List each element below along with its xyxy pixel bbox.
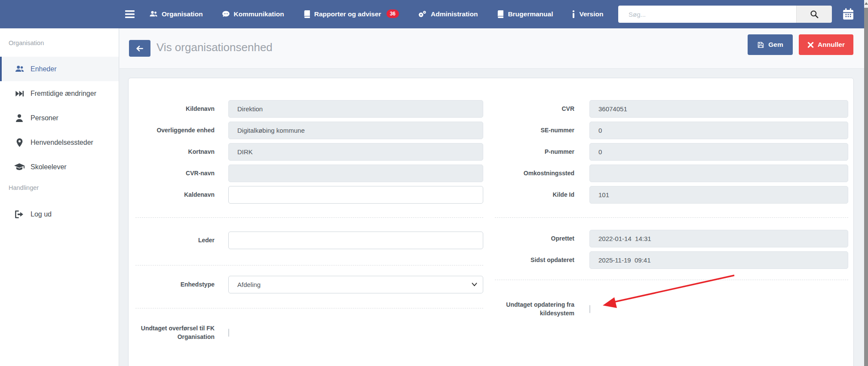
map-marker-icon (14, 138, 25, 147)
kortnavn-field[interactable] (228, 143, 483, 161)
field-label: Overliggende enhed (135, 126, 228, 135)
organisation-unit-card: Kildenavn Overliggende enhed Kortnavn CV… (128, 78, 854, 366)
overliggende-enhed-field[interactable] (228, 122, 483, 139)
p-nummer-field[interactable] (589, 143, 848, 161)
save-button-label: Gem (768, 41, 783, 49)
sidebar-item-personer[interactable]: Personer (0, 106, 119, 130)
page-title: Vis organisationsenhed (156, 41, 273, 54)
user-icon (14, 114, 25, 122)
close-icon (807, 42, 814, 48)
book-icon (303, 10, 310, 18)
field-label: Kildenavn (135, 105, 228, 113)
kildenavn-field[interactable] (228, 100, 483, 118)
form-row-kaldenavn: Kaldenavn (135, 186, 483, 204)
nav-item-organisation[interactable]: Organisation (149, 10, 203, 18)
sidebar-item-enheder[interactable]: Enheder (0, 57, 119, 81)
cancel-button[interactable]: Annuller (799, 34, 853, 55)
scrollbar-track[interactable] (864, 0, 868, 366)
form-row-enhedstype: Enhedstype Afdeling (135, 276, 483, 293)
comment-icon (222, 10, 230, 18)
nav-item-rapporter[interactable]: Rapporter og adviser 36 (303, 10, 399, 18)
search-input[interactable] (618, 6, 796, 23)
nav-item-brugermanual[interactable]: Brugermanual (497, 10, 553, 18)
sidebar-item-skoleelever[interactable]: Skoleelever (0, 155, 119, 179)
chevron-down-icon (472, 283, 477, 287)
form-row-undtaget-overfoersel: Undtaget overførsel til FK Organisation (135, 324, 483, 342)
field-label: Sidst opdateret (495, 256, 589, 265)
form-row-overliggende-enhed: Overliggende enhed (135, 122, 483, 139)
nav-item-label: Version (579, 10, 603, 18)
field-label: Oprettet (495, 235, 589, 243)
search-button[interactable] (796, 6, 832, 23)
main-nav: Organisation Kommunikation Rapporter og … (149, 0, 603, 28)
form-row-cvr-navn: CVR-navn (135, 165, 483, 182)
divider (135, 308, 483, 308)
form-row-se-nummer: SE-nummer (495, 122, 848, 139)
arrow-left-icon (136, 45, 144, 52)
form-row-leder: Leder (135, 232, 483, 249)
kilde-id-field[interactable] (589, 186, 848, 204)
nav-item-version[interactable]: Version (572, 10, 603, 18)
sidebar-item-label: Henvendelsessteder (31, 139, 93, 146)
field-label: Undtaget overførsel til FK Organisation (135, 324, 228, 341)
form-row-kildenavn: Kildenavn (135, 100, 483, 118)
field-label: Omkostningssted (495, 169, 589, 178)
cancel-button-label: Annuller (818, 41, 845, 49)
sidebar-item-label: Enheder (31, 65, 57, 73)
fast-forward-icon (14, 90, 25, 98)
notification-badge: 36 (386, 9, 399, 18)
sidebar: Organisation Enheder Fremtidige ændringe… (0, 28, 119, 366)
save-button[interactable]: Gem (748, 34, 793, 55)
field-label: Enhedstype (135, 281, 228, 289)
form-row-undtaget-opdatering: Undtaget opdatering fra kildesystem (495, 300, 848, 318)
users-icon (149, 10, 158, 18)
sidst-opdateret-field[interactable] (589, 251, 848, 269)
field-label: SE-nummer (495, 126, 589, 135)
form-row-sidst-opdateret: Sidst opdateret (495, 251, 848, 269)
scrollbar-thumb[interactable] (864, 8, 868, 366)
cvr-field[interactable] (589, 100, 848, 118)
omkostningssted-field[interactable] (589, 165, 848, 182)
info-icon (572, 10, 575, 18)
nav-item-administration[interactable]: Administration (418, 10, 478, 18)
sign-out-icon (14, 210, 25, 218)
selected-option: Afdeling (237, 281, 261, 288)
form-column-right: CVR SE-nummer P-nummer Omkostningssted K… (495, 78, 848, 322)
field-label: CVR (495, 105, 589, 113)
cvr-navn-field[interactable] (228, 165, 483, 182)
leder-field[interactable] (228, 232, 483, 249)
users-icon (14, 65, 25, 73)
search-icon (810, 10, 819, 18)
undtaget-opdatering-checkbox[interactable] (589, 305, 590, 313)
back-button[interactable] (129, 40, 150, 57)
field-label: Kaldenavn (135, 191, 228, 199)
nav-item-label: Organisation (162, 10, 203, 18)
sidebar-item-henvendelsessteder[interactable]: Henvendelsessteder (0, 130, 119, 155)
graduation-cap-icon (14, 163, 25, 171)
menu-icon[interactable] (125, 0, 135, 28)
search-bar (618, 6, 832, 23)
top-navbar: Organisation Kommunikation Rapporter og … (0, 0, 864, 28)
nav-item-label: Brugermanual (508, 10, 553, 18)
form-row-cvr: CVR (495, 100, 848, 118)
nav-item-label: Kommunikation (234, 10, 284, 18)
form-row-omkostningssted: Omkostningssted (495, 165, 848, 182)
sidebar-item-label: Fremtidige ændringer (31, 90, 96, 98)
kaldenavn-field[interactable] (228, 186, 483, 204)
undtaget-overfoersel-checkbox[interactable] (228, 329, 229, 337)
nav-item-kommunikation[interactable]: Kommunikation (222, 10, 284, 18)
se-nummer-field[interactable] (589, 122, 848, 139)
sidebar-item-log-ud[interactable]: Log ud (0, 202, 119, 226)
field-label: Leder (135, 236, 228, 245)
calendar-icon[interactable] (842, 8, 855, 21)
sidebar-item-fremtidige-aendringer[interactable]: Fremtidige ændringer (0, 81, 119, 106)
field-label: Kortnavn (135, 148, 228, 156)
oprettet-field[interactable] (589, 230, 848, 247)
book-icon (497, 10, 504, 18)
enhedstype-select[interactable]: Afdeling (228, 276, 483, 293)
nav-item-label: Rapporter og adviser (314, 10, 381, 18)
form-row-p-nummer: P-nummer (495, 143, 848, 161)
form-row-oprettet: Oprettet (495, 230, 848, 247)
scrollbar-up-arrow[interactable] (864, 1, 868, 6)
sidebar-item-label: Personer (31, 114, 58, 122)
